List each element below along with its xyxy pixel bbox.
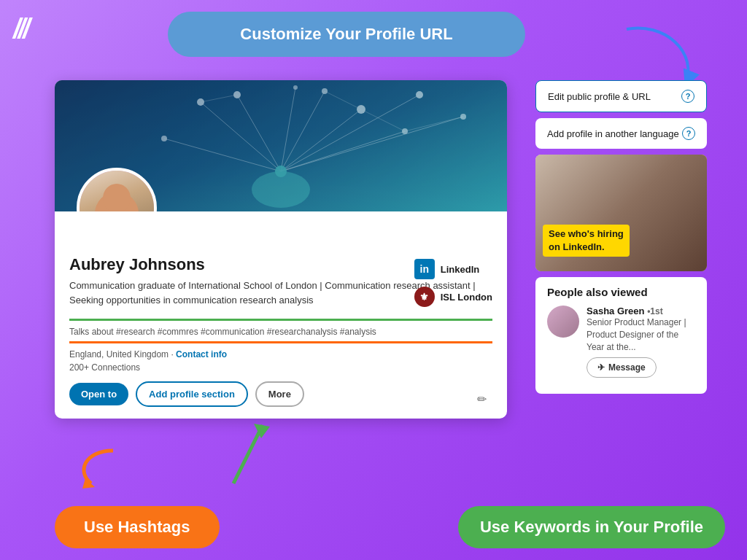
profile-location: England, United Kingdom · Contact info (69, 349, 492, 359)
add-profile-section-button[interactable]: Add profile section (136, 381, 248, 407)
linkedin-icon: in (414, 259, 435, 279)
action-buttons: Open to Add profile section More (69, 381, 492, 407)
profile-connections: 200+ Connections (69, 362, 492, 373)
open-to-button[interactable]: Open to (69, 383, 128, 405)
person-info: Sasha Green •1st Senior Product Manager … (587, 306, 695, 378)
avatar (77, 168, 157, 211)
svg-point-17 (416, 91, 423, 98)
person-degree: •1st (647, 306, 663, 316)
svg-point-12 (161, 136, 167, 141)
add-language-card[interactable]: Add profile in another language ? (535, 118, 707, 149)
svg-point-19 (293, 85, 298, 90)
person-avatar (547, 306, 579, 338)
hiring-card: See who's hiring on LinkedIn. (535, 155, 707, 271)
hiring-label: See who's hiring on LinkedIn. (543, 225, 630, 257)
people-also-viewed-title: People also viewed (547, 286, 695, 298)
company-linkedin: in LinkedIn (414, 259, 492, 279)
right-sidebar: Edit public profile & URL ? Add profile … (535, 80, 707, 394)
more-button[interactable]: More (255, 381, 304, 407)
help-icon[interactable]: ? (681, 90, 694, 103)
company-badges: in LinkedIn ⚜ ISL London (414, 259, 492, 307)
message-icon: ✈ (597, 362, 605, 373)
orange-arrow-icon (69, 436, 128, 494)
person-name: Sasha Green •1st (587, 306, 695, 316)
green-arrow-icon (212, 418, 285, 491)
keywords-label: Use Keywords in Your Profile (458, 506, 725, 548)
people-also-viewed-card: People also viewed Sasha Green •1st Seni… (535, 277, 707, 394)
edit-url-card[interactable]: Edit public profile & URL ? (535, 80, 707, 112)
hiring-card-image: See who's hiring on LinkedIn. (535, 155, 707, 271)
linkedin-label: LinkedIn (441, 264, 479, 275)
hashtags-label: Use Hashtags (55, 506, 220, 548)
language-help-icon[interactable]: ? (682, 127, 695, 140)
isl-icon: ⚜ (414, 287, 435, 307)
person-headline: Senior Product Manager | Product Designe… (587, 316, 695, 353)
profile-banner (55, 80, 507, 211)
profile-card: ✏ in LinkedIn ⚜ ISL London Aubrey Johnso… (55, 80, 507, 419)
add-language-label: Add profile in another language (547, 128, 679, 139)
message-button[interactable]: ✈ Message (587, 357, 657, 378)
contact-info-link[interactable]: Contact info (176, 349, 227, 359)
url-bubble: Customize Your Profile URL (168, 12, 525, 57)
svg-point-20 (275, 166, 287, 177)
profile-hashtags: Talks about #research #commres #communic… (69, 327, 492, 343)
isl-label: ISL London (441, 292, 492, 303)
logo: /// (13, 13, 28, 44)
edit-url-label: Edit public profile & URL (548, 91, 651, 102)
person-item: Sasha Green •1st Senior Product Manager … (547, 306, 695, 378)
company-isl: ⚜ ISL London (414, 287, 492, 307)
